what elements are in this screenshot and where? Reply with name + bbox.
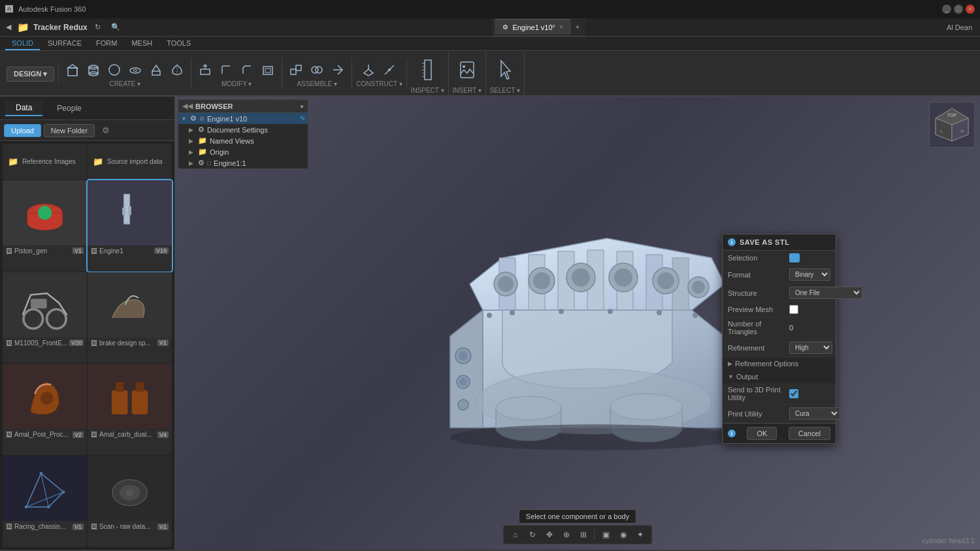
panel-settings-btn[interactable]: ⚙: [97, 123, 114, 138]
create-revolve-icon[interactable]: [167, 61, 187, 79]
orbit-btn[interactable]: ↻: [525, 527, 540, 542]
select-icon[interactable]: [493, 54, 517, 86]
refinement-select[interactable]: High Medium Low Custom: [789, 341, 832, 354]
ok-button[interactable]: OK: [747, 427, 777, 440]
svg-text:TOP: TOP: [947, 113, 957, 118]
create-box-icon[interactable]: [63, 61, 82, 79]
svg-point-68: [614, 268, 632, 287]
tab-solid[interactable]: SOLID: [5, 37, 40, 50]
browser-item-doc-settings[interactable]: ▶ ⚙ Document Settings: [178, 124, 308, 135]
maximize-btn[interactable]: □: [954, 5, 963, 14]
list-item[interactable]: 🖼 Piston_gen V1: [3, 180, 87, 272]
inspect-measure-icon[interactable]: [416, 54, 439, 86]
project-icon: 📁: [17, 22, 29, 33]
create-extrude-icon[interactable]: [146, 61, 166, 79]
svg-rect-15: [291, 69, 296, 74]
tab-mesh[interactable]: MESH: [125, 37, 159, 50]
display-mode-btn[interactable]: ▣: [598, 527, 614, 542]
fit-btn[interactable]: ⊞: [576, 527, 591, 542]
add-tab-btn[interactable]: +: [572, 22, 583, 32]
tab-tools[interactable]: TOOLS: [160, 37, 197, 50]
tab-form[interactable]: FORM: [90, 37, 123, 50]
design-dropdown-btn[interactable]: DESIGN ▾: [7, 67, 54, 82]
refresh-btn[interactable]: ↻: [91, 22, 104, 33]
modify-fillet-icon[interactable]: [216, 61, 236, 79]
format-select[interactable]: Binary ASCII: [789, 268, 830, 281]
output-header[interactable]: ▼ Output: [723, 370, 836, 383]
list-item[interactable]: 🖼 Scan - raw data... V1: [88, 456, 172, 547]
panel-tab-data[interactable]: Data: [5, 101, 42, 116]
list-item[interactable]: 🖼 Engine1 V19: [88, 180, 172, 272]
thumb-label-row: 🖼 Scan - raw data... V1: [88, 521, 172, 531]
browser-settings-icon[interactable]: ●: [300, 102, 304, 110]
tab-icon: ⚙: [502, 24, 508, 31]
thumb-label-row: 🖼 M1100S_FrontE... V20: [3, 338, 87, 348]
effects-btn[interactable]: ✦: [632, 527, 648, 542]
back-btn[interactable]: ◀: [3, 22, 14, 33]
tab-surface[interactable]: SURFACE: [41, 37, 88, 50]
insert-image-icon[interactable]: [455, 54, 479, 86]
viewport[interactable]: ◀◀ BROWSER ● ▼ ⚙ ⚙ Engine1 v10 ✎ ▶ ⚙ Doc…: [175, 97, 980, 550]
list-item[interactable]: 📁 Reference Images: [3, 144, 87, 180]
search-btn[interactable]: 🔍: [108, 22, 123, 33]
close-btn[interactable]: ✕: [966, 5, 975, 14]
modify-chamfer-icon[interactable]: [237, 61, 257, 79]
folder-icon: 📁: [93, 157, 103, 166]
dialog-info-icon: i: [728, 238, 736, 246]
thumb-label-text: Amal_carb_dual...: [99, 431, 152, 438]
browser-item-named-views[interactable]: ▶ 📁 Named Views: [178, 135, 308, 146]
zoom-btn[interactable]: ⊕: [559, 527, 574, 542]
browser-item-engine1v10[interactable]: ▼ ⚙ ⚙ Engine1 v10 ✎: [178, 113, 308, 124]
preview-mesh-checkbox[interactable]: [789, 305, 798, 314]
modify-shell-icon[interactable]: [258, 61, 278, 79]
construct-section-label: CONSTRUCT ▾: [356, 80, 402, 87]
list-item[interactable]: 🖼 brake design sp... V1: [88, 272, 172, 364]
assemble-new-component-icon[interactable]: [286, 61, 306, 79]
new-folder-btn[interactable]: New Folder: [44, 124, 95, 137]
minimize-btn[interactable]: _: [942, 5, 951, 14]
send-3d-checkbox[interactable]: [789, 389, 798, 398]
tab-close-icon[interactable]: ×: [559, 24, 563, 31]
create-cylinder-icon[interactable]: [84, 61, 103, 79]
dialog-triangles-row: Number of Triangles 0: [723, 317, 836, 339]
browser-item-origin[interactable]: ▶ 📁 Origin: [178, 146, 308, 157]
selection-indicator[interactable]: [789, 253, 800, 262]
list-item[interactable]: 🖼 Amal_carb_dual... V4: [88, 364, 172, 455]
list-item[interactable]: 🖼 Amal_Post_Proc... V2: [3, 364, 87, 455]
print-utility-select[interactable]: Cura Simplify3D MakerBot: [789, 407, 840, 420]
list-item[interactable]: 🖼 M1100S_FrontE... V20: [3, 272, 87, 364]
thumb-version-badge: V1: [157, 524, 169, 530]
list-item[interactable]: 📁 Source import data: [88, 144, 172, 180]
viewport-status-label: cylinder head3:1: [922, 537, 975, 544]
create-torus-icon[interactable]: [125, 61, 145, 79]
refinement-options-header[interactable]: ▶ Refinement Options: [723, 357, 836, 370]
refinement-label: Refinement: [728, 344, 787, 352]
create-sphere-icon[interactable]: [105, 61, 124, 79]
browser-collapse-icon[interactable]: ◀◀: [182, 102, 193, 110]
tree-arrow-icon: ▶: [189, 149, 195, 155]
list-item[interactable]: 🖼 Racing_chassis... V1: [3, 456, 87, 547]
cancel-button[interactable]: Cancel: [789, 427, 830, 440]
assemble-motion-icon[interactable]: [328, 61, 348, 79]
structure-select[interactable]: One File One File Per Body: [789, 287, 862, 299]
browser-edit-icon[interactable]: ✎: [300, 115, 305, 122]
modify-press-pull-icon[interactable]: [195, 61, 215, 79]
construct-axis-icon[interactable]: [380, 61, 399, 79]
svg-point-60: [125, 490, 134, 497]
browser-item-engine1-1[interactable]: ▶ ⚙ □ Engine1:1: [178, 157, 308, 168]
create-icons-row: [63, 61, 187, 79]
nav-cube-widget[interactable]: TOP L R: [929, 102, 975, 148]
thumb-version-badge: V19: [154, 247, 169, 254]
assemble-joint-icon[interactable]: [307, 61, 327, 79]
active-tab[interactable]: ⚙ Engine1 v10° ×: [495, 19, 570, 35]
upload-btn[interactable]: Upload: [4, 124, 41, 137]
visual-style-btn[interactable]: ◉: [615, 527, 631, 542]
construct-plane-icon[interactable]: [359, 61, 378, 79]
svg-point-84: [458, 400, 468, 410]
home-view-btn[interactable]: ⌂: [508, 527, 523, 542]
window-controls[interactable]: _ □ ✕: [942, 5, 975, 14]
tree-item-label: Origin: [210, 148, 229, 156]
status-text: cylinder head3:1: [922, 537, 975, 544]
panel-tab-people[interactable]: People: [46, 101, 91, 116]
pan-btn[interactable]: ✥: [542, 527, 557, 542]
